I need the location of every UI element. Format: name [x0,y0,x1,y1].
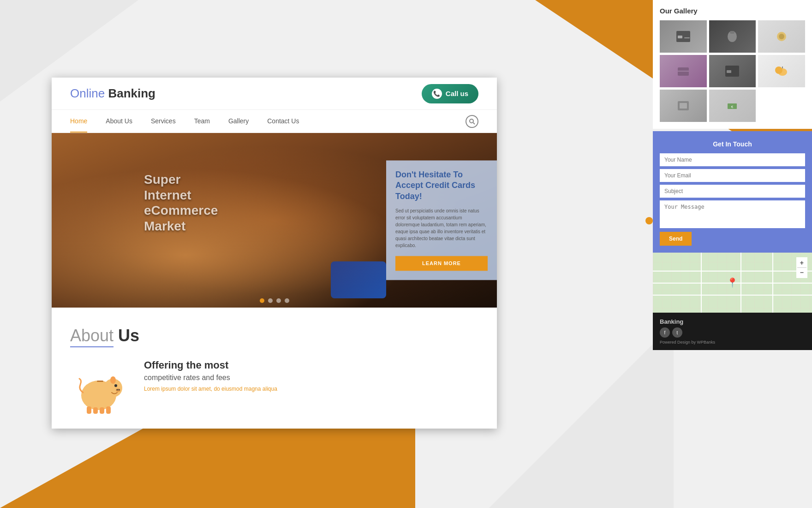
gallery-item[interactable] [709,55,756,87]
svg-point-6 [779,34,784,39]
gallery-item[interactable] [660,20,707,53]
message-input[interactable] [660,200,805,228]
slider-dots [260,298,289,303]
map-road [740,253,741,313]
svg-point-12 [775,67,782,74]
submit-button[interactable]: Send [660,232,692,246]
map-road [772,253,773,313]
gallery-title: Our Gallery [660,7,805,15]
logo-banking: Banking [108,86,155,100]
get-in-touch-title: Get In Touch [660,140,805,148]
about-title-about: About [70,326,113,347]
footer-copyright: Powered Design by WPBanks [660,340,805,345]
subject-input[interactable] [660,185,805,198]
gallery-item[interactable] [709,20,756,53]
nav-item-team[interactable]: Team [194,110,210,133]
svg-point-23 [116,388,120,392]
offering-subtitle: competitive rates and fees [144,374,277,382]
about-content: Offering the most competitive rates and … [70,359,478,419]
svg-rect-31 [106,406,111,414]
dot-2[interactable] [268,298,273,303]
nav-link-team[interactable]: Team [194,110,210,132]
footer-social: f t [660,327,805,338]
learn-more-button[interactable]: LEARN MORE [395,256,488,271]
map-pin: 📍 [727,277,738,288]
nav-link-gallery[interactable]: Gallery [228,110,249,132]
nav-link-services[interactable]: Services [151,110,176,132]
market-text: Super Internet eCommerce Market [144,172,218,234]
svg-rect-1 [678,36,682,38]
twitter-icon[interactable]: t [672,327,682,338]
svg-rect-30 [100,407,104,414]
svg-rect-28 [87,406,91,414]
main-website: Online Banking 📞 Call us Home About Us S… [52,78,497,429]
hero-body: Sed ut perspiciatis unde omnis iste natu… [395,208,488,249]
zoom-out-button[interactable]: − [797,268,806,277]
about-text: Offering the most competitive rates and … [144,359,277,392]
svg-rect-2 [684,37,690,38]
lorem-text: Lorem ipsum dolor sit amet, do eiusmod m… [144,386,277,392]
svg-line-19 [473,122,475,124]
hero-overlay-box: Don't Hesitate To Accept Credit Cards To… [386,160,497,280]
blue-card [331,261,386,298]
site-header: Online Banking 📞 Call us [52,78,497,110]
svg-point-18 [470,119,473,123]
gallery-item[interactable]: € [709,90,756,122]
email-input[interactable] [660,169,805,182]
about-section: About Us [52,308,497,429]
map-background: 📍 + − [653,253,812,313]
svg-rect-27 [97,381,103,382]
map-road [701,253,702,313]
bg-triangle-white-bottom [489,323,674,508]
svg-point-25 [119,389,120,391]
svg-text:€: € [731,105,734,109]
logo-online: Online [70,86,105,100]
nav-item-about[interactable]: About Us [106,110,132,133]
gallery-item[interactable] [660,90,707,122]
piggy-bank-icon [70,359,130,419]
gallery-item[interactable] [660,55,707,87]
nav-link-contact[interactable]: Contact Us [267,110,299,132]
svg-rect-15 [680,103,687,109]
map-road [653,295,812,296]
nav-item-services[interactable]: Services [151,110,176,133]
facebook-icon[interactable]: f [660,327,670,338]
site-logo: Online Banking [70,86,155,101]
gallery-item[interactable] [758,20,805,53]
get-in-touch-section: Get In Touch Send [653,131,812,253]
call-button[interactable]: 📞 Call us [422,84,478,103]
svg-rect-29 [93,407,98,414]
svg-rect-4 [730,31,734,34]
about-title: About Us [70,326,478,345]
nav-links: Home About Us Services Team Gallery Cont… [70,110,299,133]
call-button-label: Call us [446,90,468,97]
nav-link-home[interactable]: Home [70,110,87,133]
gallery-item[interactable] [758,55,805,87]
hero-background: Super Internet eCommerce Market Don't He… [52,133,497,308]
gallery-section: Our Gallery [653,0,812,129]
nav-item-contact[interactable]: Contact Us [267,110,299,133]
svg-rect-10 [727,70,731,73]
orange-dot [645,217,653,224]
footer-bar-title: Banking [660,318,805,325]
map-zoom[interactable]: + − [796,257,807,278]
zoom-in-button[interactable]: + [797,258,806,268]
search-icon[interactable] [466,115,478,128]
svg-point-26 [110,376,116,384]
about-title-us: Us [118,326,139,345]
map-road [653,271,812,272]
nav-item-home[interactable]: Home [70,110,87,133]
offering-title: Offering the most [144,359,277,371]
hero-title: Don't Hesitate To Accept Credit Cards To… [395,169,488,202]
hero-slider: Super Internet eCommerce Market Don't He… [52,133,497,308]
right-panel: Our Gallery [653,0,812,350]
nav-link-about[interactable]: About Us [106,110,132,132]
dot-3[interactable] [276,298,281,303]
gallery-title-our: Our [660,7,672,15]
dot-1[interactable] [260,298,264,303]
gallery-title-gallery: Gallery [674,7,698,15]
svg-point-22 [114,384,117,387]
name-input[interactable] [660,153,805,166]
nav-item-gallery[interactable]: Gallery [228,110,249,133]
dot-4[interactable] [285,298,289,303]
